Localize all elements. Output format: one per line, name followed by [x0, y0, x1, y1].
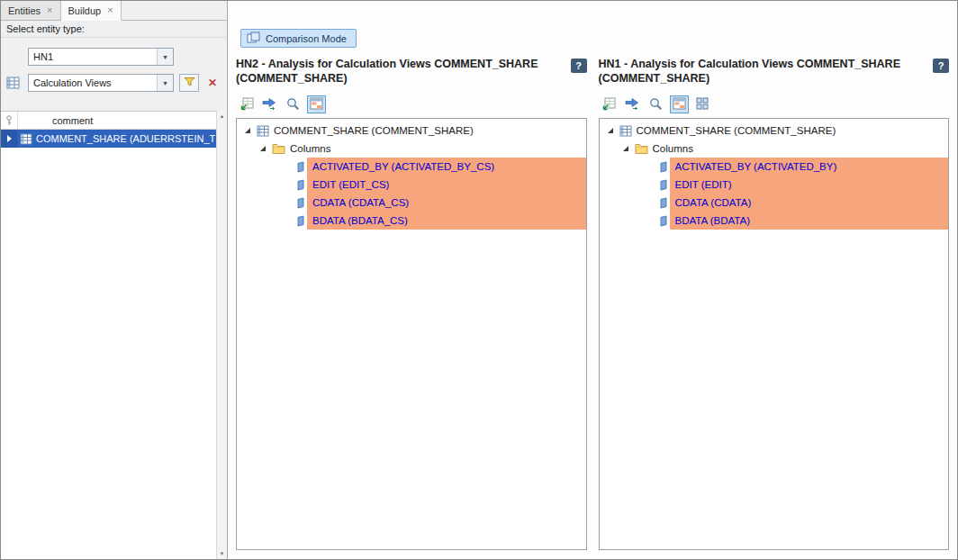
comparison-mode-label: Comparison Mode: [266, 33, 347, 44]
entity-type-header: Select entity type:: [1, 21, 227, 38]
diff-highlight: BDATA (BDATA): [670, 212, 949, 230]
panel-hn2-toolbar: [236, 89, 587, 118]
tree-node-label: COMMENT_SHARE (COMMENT_SHARE): [274, 125, 474, 136]
tree-leaf-edit[interactable]: EDIT (EDIT_CS): [237, 176, 586, 194]
entity-table-header-row: comment: [1, 112, 217, 130]
column-icon: [296, 179, 305, 191]
tree-leaf-edit[interactable]: EDIT (EDIT): [600, 176, 949, 194]
entity-kind-select-value: Calculation Views: [29, 77, 157, 88]
transport-button[interactable]: [623, 95, 642, 113]
export-excel-icon: [601, 97, 616, 113]
column-icon: [659, 197, 668, 209]
compare-columns-icon: [310, 97, 323, 112]
tree-node-root[interactable]: COMMENT_SHARE (COMMENT_SHARE): [600, 122, 949, 140]
panel-hn1-tree: COMMENT_SHARE (COMMENT_SHARE) Columns AC…: [599, 118, 950, 550]
filter-icon: [184, 77, 195, 89]
export-excel-button[interactable]: [237, 95, 256, 113]
tree-node-columns[interactable]: Columns: [237, 140, 586, 158]
scroll-up-icon[interactable]: ▲: [217, 111, 227, 122]
export-excel-button[interactable]: [600, 95, 619, 113]
column-icon: [296, 215, 305, 227]
tab-entities[interactable]: Entities ×: [1, 1, 61, 20]
comparison-mode-button[interactable]: Comparison Mode: [240, 29, 357, 48]
grid-view-button[interactable]: [693, 95, 712, 113]
diff-highlight: ACTIVATED_BY (ACTIVATED_BY_CS): [307, 158, 586, 176]
tree-node-root[interactable]: COMMENT_SHARE (COMMENT_SHARE): [237, 122, 586, 140]
zoom-icon: [649, 97, 663, 113]
diff-highlight: EDIT (EDIT_CS): [307, 176, 586, 194]
scroll-down-icon[interactable]: ▼: [217, 548, 227, 559]
transport-button[interactable]: [260, 95, 279, 113]
tree-node-label: Columns: [653, 143, 693, 154]
column-icon: [296, 197, 305, 209]
column-icon: [659, 179, 668, 191]
entity-select[interactable]: HN1 ▼: [28, 48, 174, 66]
help-icon[interactable]: ?: [933, 59, 949, 73]
compare-columns-icon: [673, 97, 686, 112]
close-icon[interactable]: ×: [107, 5, 113, 15]
close-icon[interactable]: ×: [47, 5, 52, 15]
tree-leaf-cdata[interactable]: CDATA (CDATA): [600, 194, 949, 212]
tab-bar: Entities × Buildup ×: [1, 1, 227, 21]
diff-highlight: BDATA (BDATA_CS): [307, 212, 586, 230]
tree-leaf-bdata[interactable]: BDATA (BDATA): [600, 212, 949, 230]
tab-buildup[interactable]: Buildup ×: [61, 1, 122, 21]
expand-collapse-icon[interactable]: [622, 145, 630, 152]
tree-node-label: Columns: [290, 143, 330, 154]
export-excel-icon: [240, 97, 254, 113]
sidebar: Entities × Buildup × Select entity type:…: [1, 1, 228, 559]
tab-entities-label: Entities: [8, 5, 41, 16]
clear-filter-button[interactable]: ✕: [203, 74, 221, 92]
sidebar-controls: HN1 ▼ Calculation Views ▼ ✕: [1, 38, 227, 92]
diff-highlight: EDIT (EDIT): [670, 176, 949, 194]
tab-buildup-label: Buildup: [68, 5, 102, 16]
panel-hn2: HN2 - Analysis for Calculation Views COM…: [236, 57, 587, 550]
panel-hn2-title: HN2 - Analysis for Calculation Views COM…: [236, 57, 571, 86]
main-area: Comparison Mode HN2 - Analysis for Calcu…: [229, 1, 957, 559]
chevron-down-icon[interactable]: ▼: [157, 49, 173, 65]
chevron-down-icon[interactable]: ▼: [157, 75, 173, 91]
expand-collapse-icon[interactable]: [607, 127, 615, 134]
entity-kind-select[interactable]: Calculation Views ▼: [28, 74, 174, 92]
column-icon: [659, 215, 668, 227]
table-icon: [619, 125, 632, 137]
filter-button[interactable]: [179, 74, 199, 92]
tree-leaf-cdata[interactable]: CDATA (CDATA_CS): [237, 194, 586, 212]
tree-node-columns[interactable]: Columns: [600, 140, 949, 158]
tree-leaf-activated-by[interactable]: ACTIVATED_BY (ACTIVATED_BY): [600, 158, 949, 176]
table-row-selected[interactable]: COMMENT_SHARE (ADUERRSTEIN_T: [1, 130, 217, 148]
tree-node-label: COMMENT_SHARE (COMMENT_SHARE): [637, 125, 836, 136]
row-selector: [1, 130, 17, 148]
zoom-icon: [286, 97, 300, 113]
expand-collapse-icon[interactable]: [259, 145, 267, 152]
zoom-button[interactable]: [284, 95, 303, 113]
table-icon: [257, 125, 269, 137]
folder-icon: [635, 143, 648, 154]
comparison-mode-icon: [247, 32, 260, 45]
help-icon[interactable]: ?: [571, 59, 587, 73]
diff-highlight: ACTIVATED_BY (ACTIVATED_BY): [670, 158, 949, 176]
comparison-panels: HN2 - Analysis for Calculation Views COM…: [236, 57, 949, 550]
column-header-comment[interactable]: comment: [18, 115, 93, 126]
tree-leaf-bdata[interactable]: BDATA (BDATA_CS): [237, 212, 586, 230]
highlight-differences-button[interactable]: [670, 95, 689, 113]
transport-arrows-icon: [625, 97, 640, 112]
transport-arrows-icon: [262, 97, 277, 112]
panel-hn1-toolbar: [599, 89, 950, 118]
selected-entity-label: COMMENT_SHARE (ADUERRSTEIN_T: [36, 133, 215, 144]
row-marker-icon: [7, 135, 12, 142]
column-icon: [659, 161, 668, 173]
panel-hn2-tree: COMMENT_SHARE (COMMENT_SHARE) Columns AC…: [236, 118, 587, 550]
highlight-differences-button[interactable]: [307, 95, 326, 113]
expand-collapse-icon[interactable]: [244, 127, 252, 134]
app-window: Entities × Buildup × Select entity type:…: [0, 0, 958, 560]
table-icon: [20, 133, 32, 145]
sidebar-scrollbar[interactable]: ▲ ▼: [216, 111, 227, 559]
pin-icon: [1, 112, 18, 129]
diff-highlight: CDATA (CDATA_CS): [307, 194, 586, 212]
zoom-button[interactable]: [646, 95, 665, 113]
column-icon: [296, 161, 305, 173]
entity-select-value: HN1: [29, 51, 157, 62]
folder-icon: [272, 143, 285, 154]
tree-leaf-activated-by[interactable]: ACTIVATED_BY (ACTIVATED_BY_CS): [237, 158, 586, 176]
